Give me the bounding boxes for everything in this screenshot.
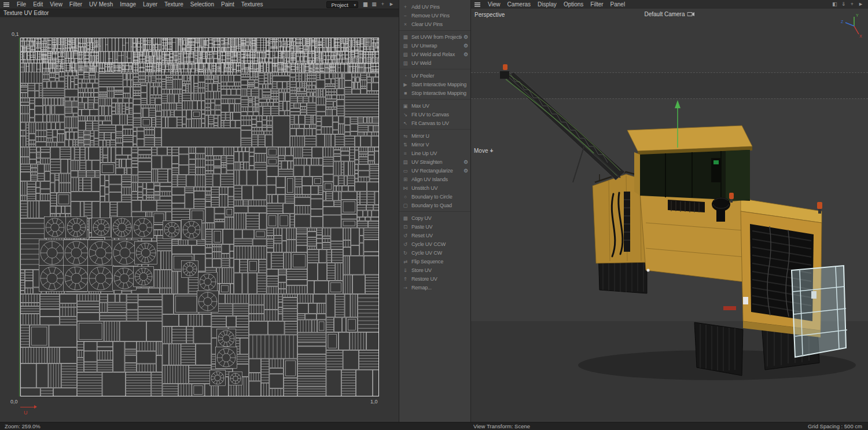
machine-mid-body [640, 193, 753, 283]
menu-uv-image[interactable]: Image [116, 0, 139, 9]
viewport-3d[interactable]: Perspective Default Camera Move + Y Z X [471, 9, 868, 422]
camera-label[interactable]: Default Camera [644, 11, 694, 17]
lineup-icon: ≡ [402, 150, 409, 156]
uv-menu-item-set-uvw-from-projection[interactable]: ▦Set UVW from Projection⚙ [399, 32, 470, 41]
uv-menu-item-label: Reset UV [411, 233, 468, 238]
weld-relax-icon: ▧ [402, 52, 409, 57]
uv-menu-item-copy-uv[interactable]: ▩Copy UV [399, 214, 470, 222]
menu-vp-filter[interactable]: Filter [587, 0, 606, 9]
uv-menu-item-uv-unwrap[interactable]: ▨UV Unwrap⚙ [399, 41, 470, 50]
status-bar: Zoom: 259.0% View Transform: Scene Grid … [0, 422, 868, 430]
uv-menu-item-boundary-to-quad[interactable]: ▢Boundary to Quad [399, 201, 470, 210]
viewport-menubar: ViewCamerasDisplayOptionsFilterPanel ◧⇓+… [471, 0, 868, 9]
menu-uv-uv-mesh[interactable]: UV Mesh [86, 0, 116, 9]
menu-uv-texture[interactable]: Texture [161, 0, 187, 9]
menu-uv-view[interactable]: View [46, 0, 66, 9]
gizmo-z-label: Z [841, 20, 844, 24]
uv-menu-item-unstitch-uv[interactable]: ⋈Unstitch UV [399, 183, 470, 192]
uv-menu-item-max-uv[interactable]: ▣Max UV [399, 101, 470, 110]
uv-menu-item-label: Paste UV [411, 224, 468, 230]
settings-gear-icon[interactable]: ⚙ [462, 43, 468, 49]
zoom-status: Zoom: 259.0% [5, 423, 41, 429]
chart-icon[interactable]: ▆ [362, 1, 369, 8]
uv-menu-item-cycle-uv-cw[interactable]: ↻Cycle UV CW [399, 248, 470, 257]
uv-menu-item-fit-uv-to-canvas[interactable]: ↘Fit UV to Canvas [399, 110, 470, 119]
menu-vp-panel[interactable]: Panel [607, 0, 629, 9]
projection-icon: ▦ [402, 34, 409, 40]
menu-uv-filter[interactable]: Filter [66, 0, 86, 9]
start-mapping-icon: ▶ [402, 82, 409, 87]
menu-uv-textures[interactable]: Textures [238, 0, 267, 9]
uv-menu-item-remap[interactable]: ⇢Remap... [399, 283, 470, 292]
menu-uv-edit[interactable]: Edit [30, 0, 46, 9]
render-icon[interactable]: ◧ [831, 1, 838, 8]
mirror-v-icon: ⇅ [402, 142, 409, 148]
menu-vp-display[interactable]: Display [534, 0, 560, 9]
menu-vp-cameras[interactable]: Cameras [504, 0, 535, 9]
uv-menu-item-store-uv[interactable]: ⇓Store UV [399, 266, 470, 274]
uv-menu-item-clear-uv-pins[interactable]: ×Clear UV Pins [399, 20, 470, 28]
uv-menu-item-label: Remove UV Pins [411, 13, 468, 19]
rectangularize-icon: ▭ [402, 168, 409, 174]
v-axis-line [19, 38, 20, 396]
hamburger-menu-icon[interactable] [475, 2, 480, 7]
gizmo-x-label: X [859, 34, 862, 38]
operator-cab [627, 126, 752, 202]
panel-title: Texture UV Editor [3, 10, 49, 16]
cursor-icon[interactable]: ► [388, 1, 395, 8]
uv-menu-item-stop-interactive-mapping[interactable]: ■Stop Interactive Mapping [399, 89, 470, 97]
uv-menu-item-paste-uv[interactable]: ⊡Paste UV [399, 222, 470, 231]
menu-uv-layer[interactable]: Layer [139, 0, 161, 9]
settings-gear-icon[interactable]: ⚙ [462, 168, 468, 174]
uv-menu-item-label: Copy UV [411, 215, 468, 221]
hamburger-menu-icon[interactable] [3, 2, 9, 7]
uv-menu-item-uv-weld-and-relax[interactable]: ▧UV Weld and Relax⚙ [399, 50, 470, 58]
hand-icon[interactable]: + [848, 1, 856, 8]
uv-menu-item-uv-peeler[interactable]: ◔UV Peeler [399, 71, 470, 80]
menu-vp-view[interactable]: View [484, 0, 504, 9]
download-icon[interactable]: ⇓ [840, 1, 847, 8]
uv-menu-item-boundary-to-circle[interactable]: ○Boundary to Circle [399, 192, 470, 201]
uv-menu-group: ◔UV Peeler▶Start Interactive Mapping■Sto… [399, 71, 470, 100]
uv-menu-item-remove-uv-pins[interactable]: −Remove UV Pins [399, 11, 470, 20]
cycle-ccw-icon: ↺ [402, 241, 409, 247]
viewport-panel: ViewCamerasDisplayOptionsFilterPanel ◧⇓+… [471, 0, 868, 422]
uv-menu-item-line-up-uv[interactable]: ≡Line Up UV [399, 149, 470, 157]
uv-menu-item-label: Mirror V [411, 142, 468, 148]
view-mode-label[interactable]: Perspective [475, 12, 505, 18]
project-dropdown[interactable]: Project ▾ [326, 1, 358, 8]
menu-uv-selection[interactable]: Selection [187, 0, 218, 9]
screen-icon[interactable]: ▦ [370, 1, 378, 8]
uv-menu-item-label: Start Interactive Mapping [411, 82, 468, 87]
uv-menu-item-align-uv-islands[interactable]: ⊞Align UV Islands [399, 175, 470, 183]
uv-menu-item-mirror-v[interactable]: ⇅Mirror V [399, 140, 470, 149]
uv-menu-group: ▩Copy UV⊡Paste UV↺Reset UV↺Cycle UV CCW↻… [399, 214, 470, 293]
settings-gear-icon[interactable]: ⚙ [462, 34, 468, 40]
uv-menu-item-cycle-uv-ccw[interactable]: ↺Cycle UV CCW [399, 240, 470, 248]
menu-vp-options[interactable]: Options [560, 0, 587, 9]
uv-menu-item-mirror-u[interactable]: ⇋Mirror U [399, 131, 470, 140]
uv-canvas[interactable] [20, 38, 379, 396]
uv-menu-item-uv-weld[interactable]: ▥UV Weld [399, 58, 470, 67]
uv-menu-item-flip-sequence[interactable]: ⇄Flip Sequence [399, 257, 470, 266]
uv-menu-item-uv-rectangularize[interactable]: ▭UV Rectangularize⚙ [399, 166, 470, 175]
uv-menu-item-label: UV Unwrap [411, 43, 462, 49]
uv-menu-item-reset-uv[interactable]: ↺Reset UV [399, 231, 470, 240]
uv-menu-item-fit-canvas-to-uv[interactable]: ↖Fit Canvas to UV [399, 119, 470, 127]
settings-gear-icon[interactable]: ⚙ [462, 159, 468, 165]
uv-menu-item-label: Store UV [411, 267, 468, 273]
uv-menu-item-add-uv-pins[interactable]: +Add UV Pins [399, 2, 470, 11]
settings-gear-icon[interactable]: ⚙ [462, 52, 468, 57]
uv-menu-item-label: UV Peeler [411, 73, 468, 79]
hand-icon[interactable]: + [379, 1, 387, 8]
machine-model[interactable] [500, 64, 856, 380]
restore-icon: ⇑ [402, 276, 409, 282]
uv-menu-item-restore-uv[interactable]: ⇑Restore UV [399, 274, 470, 283]
axis-gizmo[interactable]: Y Z X [839, 11, 865, 39]
uv-menu-item-start-interactive-mapping[interactable]: ▶Start Interactive Mapping [399, 80, 470, 89]
uv-menu-item-uv-straighten[interactable]: ▤UV Straighten⚙ [399, 157, 470, 166]
cursor-icon[interactable]: ► [857, 1, 865, 8]
menu-uv-paint[interactable]: Paint [218, 0, 238, 9]
uv-menu-item-label: Max UV [411, 103, 468, 109]
menu-uv-file[interactable]: File [13, 0, 30, 9]
